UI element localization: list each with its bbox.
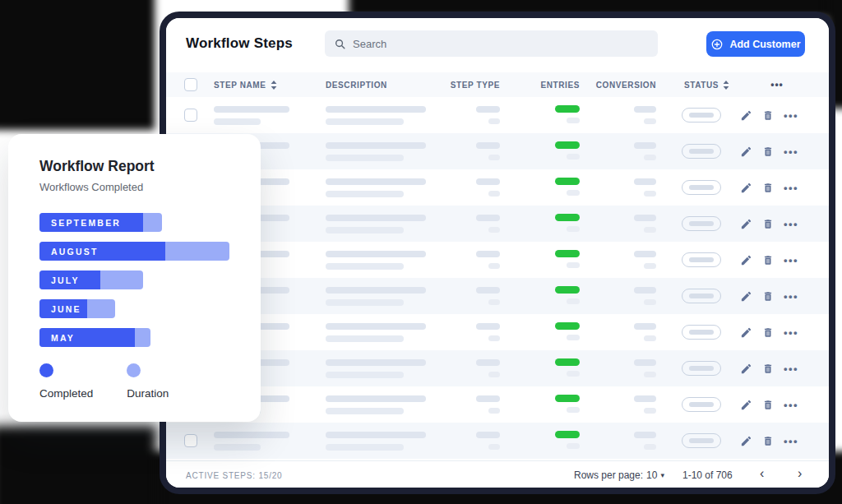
edit-icon[interactable] (740, 326, 752, 339)
chart-bar-label: JULY (51, 275, 80, 285)
column-step-type[interactable]: STEP TYPE (437, 72, 500, 97)
search-input[interactable] (353, 38, 649, 50)
entries-value-bar (555, 322, 580, 330)
delete-icon[interactable] (762, 363, 774, 375)
skeleton-bar (644, 408, 656, 414)
cell-step-name (214, 106, 289, 125)
caret-down-icon: ▾ (660, 471, 664, 479)
row-more-icon[interactable]: ••• (784, 400, 798, 410)
search-box[interactable] (325, 30, 658, 57)
edit-icon[interactable] (740, 363, 752, 375)
row-more-icon[interactable]: ••• (784, 363, 798, 374)
cell-step-type (437, 359, 500, 377)
skeleton-bar (567, 262, 580, 268)
column-description[interactable]: DESCRIPTION (326, 72, 387, 97)
cell-actions: ••• (740, 423, 798, 459)
delete-icon[interactable] (762, 290, 774, 303)
skeleton-bar (326, 408, 404, 414)
skeleton-bar (214, 118, 261, 125)
edit-icon[interactable] (740, 290, 752, 303)
cell-conversion (594, 323, 656, 341)
column-status[interactable]: STATUS (684, 72, 729, 97)
skeleton-bar (326, 359, 426, 366)
report-title: Workflow Report (39, 158, 244, 175)
delete-icon[interactable] (762, 399, 774, 411)
skeleton-bar (326, 287, 426, 294)
cell-description (326, 432, 426, 451)
column-entries[interactable]: ENTRIES (517, 72, 580, 97)
select-all-checkbox[interactable] (184, 78, 197, 91)
row-more-icon[interactable]: ••• (784, 436, 798, 446)
skeleton-bar (488, 299, 500, 305)
row-more-icon[interactable]: ••• (784, 183, 798, 193)
status-pill (682, 216, 721, 231)
edit-icon[interactable] (740, 254, 752, 266)
edit-icon[interactable] (740, 218, 752, 230)
skeleton-bar (326, 191, 404, 197)
status-pill (682, 180, 721, 195)
column-step-name[interactable]: STEP NAME (214, 72, 277, 97)
row-checkbox[interactable] (184, 109, 197, 122)
delete-icon[interactable] (762, 146, 774, 158)
row-checkbox[interactable] (184, 434, 197, 447)
columns-more-icon[interactable]: ••• (760, 72, 794, 97)
skeleton-bar (326, 251, 426, 257)
ink-blob-bottom-left (0, 426, 156, 504)
cell-entries (517, 141, 580, 160)
status-pill-placeholder (689, 366, 714, 371)
rows-per-page-label: Rows per page: (574, 469, 643, 481)
entries-value-bar (555, 286, 580, 294)
row-more-icon[interactable]: ••• (784, 327, 798, 338)
skeleton-bar (488, 227, 500, 233)
skeleton-bar (634, 142, 656, 149)
skeleton-bar (476, 359, 500, 366)
cell-description (326, 251, 426, 270)
cell-description (326, 178, 426, 197)
cell-step-type (437, 106, 500, 124)
skeleton-bar (567, 371, 580, 377)
cell-entries (517, 286, 580, 304)
column-conversion[interactable]: CONVERSION (594, 72, 656, 97)
skeleton-bar (326, 142, 426, 149)
cell-conversion (594, 142, 656, 160)
row-more-icon[interactable]: ••• (784, 146, 798, 157)
edit-icon[interactable] (740, 399, 752, 411)
cell-step-type (437, 287, 500, 305)
workflow-steps-panel: Workflow Steps Add Customer STEP NAME (166, 18, 829, 488)
cell-actions: ••• (740, 242, 798, 278)
delete-icon[interactable] (762, 254, 774, 266)
delete-icon[interactable] (762, 109, 774, 122)
pagination-range-label: 1-10 of 706 (682, 469, 733, 481)
row-more-icon[interactable]: ••• (784, 219, 798, 229)
skeleton-bar (634, 323, 656, 330)
skeleton-bar (326, 263, 404, 270)
delete-icon[interactable] (762, 435, 774, 447)
skeleton-bar (634, 251, 656, 257)
rows-per-page-value: 10 (646, 469, 657, 481)
next-page-button[interactable]: › (793, 465, 807, 483)
prev-page-button[interactable]: ‹ (755, 465, 769, 483)
skeleton-bar (488, 155, 500, 160)
edit-icon[interactable] (740, 182, 752, 194)
skeleton-bar (488, 263, 500, 269)
cell-step-type (437, 215, 500, 233)
status-pill (682, 433, 721, 448)
edit-icon[interactable] (740, 146, 752, 158)
row-more-icon[interactable]: ••• (784, 255, 798, 266)
status-pill (682, 361, 721, 376)
rows-per-page-select[interactable]: Rows per page: 10 ▾ (574, 469, 664, 481)
delete-icon[interactable] (762, 182, 774, 194)
delete-icon[interactable] (762, 218, 774, 230)
edit-icon[interactable] (740, 109, 752, 122)
workflow-panel-frame: Workflow Steps Add Customer STEP NAME (160, 12, 835, 494)
cell-entries (517, 250, 580, 268)
skeleton-bar (488, 408, 500, 414)
add-customer-button[interactable]: Add Customer (706, 31, 805, 57)
page-title: Workflow Steps (186, 35, 293, 52)
cell-step-name (214, 432, 289, 451)
delete-icon[interactable] (762, 326, 774, 339)
row-more-icon[interactable]: ••• (784, 291, 798, 302)
cell-description (326, 323, 426, 342)
row-more-icon[interactable]: ••• (784, 110, 798, 121)
edit-icon[interactable] (740, 435, 752, 447)
